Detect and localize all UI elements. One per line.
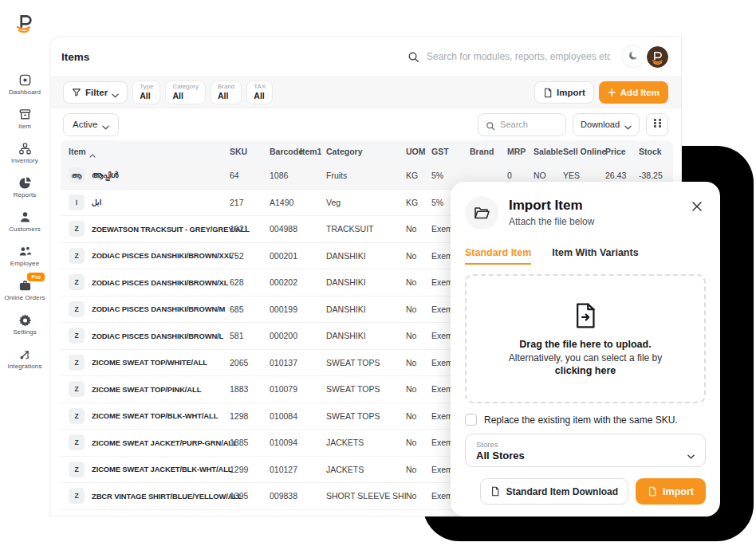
item-avatar: Z <box>69 301 85 317</box>
column-header-item[interactable]: Item <box>69 147 230 156</box>
plus-icon <box>608 88 616 96</box>
cell-uom: No <box>406 384 431 394</box>
chip-label: Type <box>140 84 153 91</box>
item-cell: ZZODIAC PISCES DANSHIKI/BROWN/XXL <box>69 248 230 264</box>
table-search[interactable] <box>478 113 566 136</box>
cell-category: SWEAT TOPS <box>326 358 406 367</box>
column-header-mrp[interactable]: MRP <box>507 147 534 156</box>
pro-badge: Pro <box>27 273 45 281</box>
column-header-category[interactable]: Category <box>326 147 406 156</box>
sidebar: DashboardItemInventoryReportsCustomersEm… <box>0 0 49 526</box>
app-header: Items <box>50 37 681 77</box>
replace-sku-checkbox[interactable] <box>465 414 477 426</box>
sidebar-nav: DashboardItemInventoryReportsCustomersEm… <box>0 73 49 370</box>
download-dropdown[interactable]: Download <box>573 113 640 136</box>
table-search-input[interactable] <box>500 120 556 129</box>
sidebar-item-dashboard[interactable]: Dashboard <box>0 73 49 96</box>
filter-chip-brand[interactable]: BrandAll <box>211 81 242 104</box>
stores-select[interactable]: Stores All Stores <box>465 434 706 467</box>
modal-import-button[interactable]: Import <box>636 478 706 505</box>
column-header-label: Category <box>326 147 363 156</box>
sidebar-item-label: Inventory <box>11 157 38 164</box>
item-name: ZICOME SWEAT TOP/WHITE/ALL <box>92 358 207 367</box>
sidebar-item-employee[interactable]: Employee <box>0 245 49 267</box>
file-dropzone[interactable]: Drag the file here to upload. Alternativ… <box>465 274 706 403</box>
chevron-down-icon <box>112 90 119 95</box>
cell-category: DANSHIKI <box>326 304 406 314</box>
cell-barcode: 000201 <box>270 251 300 261</box>
item-cell: ZZICOME SWEAT TOP/WHITE/ALL <box>69 355 230 371</box>
replace-sku-label: Replace the existing item with the same … <box>484 414 678 426</box>
sidebar-item-item[interactable]: Item <box>0 108 49 130</box>
user-avatar[interactable] <box>647 46 668 68</box>
standard-item-download-button[interactable]: Standard Item Download <box>480 478 628 505</box>
modal-tabs: Standard Item Item With Variants <box>465 247 706 265</box>
cell-barcode: 010137 <box>270 358 300 367</box>
global-search-input[interactable] <box>427 51 610 62</box>
item-avatar: Z <box>69 221 85 237</box>
item-avatar: Z <box>69 462 85 477</box>
cell-sku: 1883 <box>230 384 270 394</box>
app-logo[interactable] <box>12 11 37 37</box>
chip-label: Brand <box>218 84 234 91</box>
cell-sku: 628 <box>230 277 270 287</box>
item-avatar: Z <box>69 248 85 264</box>
cell-mrp: 0 <box>507 171 534 180</box>
column-header-uom[interactable]: UOM <box>406 147 431 156</box>
global-search[interactable] <box>408 37 610 77</box>
filter-chip-category[interactable]: CategoryAll <box>165 81 205 104</box>
chip-label: TAX <box>254 84 266 91</box>
item-icon <box>18 108 32 121</box>
item-avatar: Z <box>69 381 85 397</box>
status-filter-label: Active <box>73 120 97 129</box>
chip-value: All <box>140 91 153 101</box>
filter-button[interactable]: Filter <box>63 81 128 104</box>
cell-barcode: 000200 <box>270 331 300 340</box>
column-header-barcode[interactable]: Barcode <box>270 147 300 156</box>
cell-category: DANSHIKI <box>326 251 406 261</box>
cell-category: SHORT SLEEVE SHIRTS <box>326 491 406 501</box>
filter-chip-tax[interactable]: TAXAll <box>246 81 273 104</box>
status-filter-dropdown[interactable]: Active <box>63 113 119 136</box>
page-title: Items <box>61 51 89 63</box>
cell-sku: 1395 <box>230 491 270 501</box>
tab-standard-item[interactable]: Standard Item <box>465 247 531 265</box>
close-icon[interactable] <box>691 201 706 215</box>
sidebar-item-settings[interactable]: Settings <box>0 313 49 336</box>
import-button[interactable]: Import <box>534 81 594 104</box>
cell-sku: 217 <box>230 198 270 207</box>
column-header-label: Price <box>605 147 626 156</box>
sidebar-item-customers[interactable]: Customers <box>0 210 49 233</box>
column-header-salable[interactable]: Salable <box>534 147 563 156</box>
cell-barcode: 010127 <box>270 465 300 474</box>
column-settings-button[interactable] <box>646 113 668 136</box>
dropzone-click-here[interactable]: clicking here <box>555 365 616 376</box>
sidebar-item-reports[interactable]: Reports <box>0 176 49 198</box>
column-header-stock[interactable]: Stock <box>639 147 675 156</box>
add-item-button[interactable]: Add Item <box>599 81 668 104</box>
column-header-sku[interactable]: SKU <box>230 147 270 156</box>
column-header-price[interactable]: Price <box>605 147 639 156</box>
stores-select-value: All Stores <box>476 450 525 462</box>
tab-item-with-variants[interactable]: Item With Variants <box>552 247 638 265</box>
sidebar-item-online-orders[interactable]: Online OrdersPro <box>0 279 49 301</box>
column-header-sell-online[interactable]: Sell Online <box>563 147 605 156</box>
cell-uom: KG <box>406 198 431 207</box>
filter-chip-type[interactable]: TypeAll <box>132 81 160 104</box>
import-item-modal: Import Item Attach the file below Standa… <box>451 182 720 517</box>
cell-sku: 1299 <box>230 465 270 474</box>
sidebar-item-integrations[interactable]: Integrations <box>0 348 49 370</box>
column-header-item1[interactable]: Item1 <box>300 147 326 156</box>
chip-value: All <box>172 91 198 101</box>
customers-icon <box>18 210 32 224</box>
column-header-brand[interactable]: Brand <box>470 147 507 156</box>
column-header-gst[interactable]: GST <box>431 147 470 156</box>
filters-toolbar: Filter TypeAllCategoryAllBrandAllTAXAll … <box>50 77 681 108</box>
cell-uom: No <box>406 304 431 314</box>
item-name: ZODIAC PISCES DANSHIKI/BROWN/XXL <box>92 251 234 260</box>
sidebar-item-inventory[interactable]: Inventory <box>0 142 49 164</box>
cell-category: JACKETS <box>326 465 406 474</box>
sidebar-item-label: Dashboard <box>9 88 41 96</box>
column-header-label: Brand <box>470 147 494 156</box>
dark-mode-toggle[interactable] <box>623 46 644 67</box>
